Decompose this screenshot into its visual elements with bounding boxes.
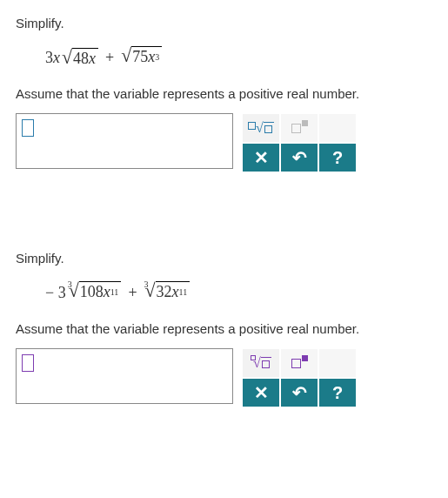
nthroot-button[interactable] <box>280 113 318 143</box>
radical: √ 48x <box>62 48 98 68</box>
answer-input[interactable] <box>16 348 233 404</box>
exponent-icon <box>291 124 308 133</box>
sqrt-button[interactable]: √ <box>242 113 280 143</box>
radical: √ 75x3 <box>121 46 162 69</box>
assumption-text: Assume that the variable represents a po… <box>16 86 432 101</box>
problem-1: Simplify. 3x √ 48x + √ 75x3 Assume that … <box>16 16 432 172</box>
answer-input[interactable] <box>16 113 233 169</box>
exponent-button[interactable] <box>280 348 318 378</box>
help-button[interactable]: ? <box>318 378 357 407</box>
plus-operator: + <box>105 49 114 67</box>
close-icon: ✕ <box>254 382 269 403</box>
undo-button[interactable]: ↶ <box>280 143 318 172</box>
radical-icon: √ <box>145 281 156 304</box>
nthroot-button[interactable]: √ <box>242 348 280 378</box>
coefficient: 3x <box>45 49 60 67</box>
undo-icon: ↶ <box>292 382 307 403</box>
input-cursor <box>22 119 34 137</box>
sqrt-icon: √ <box>248 122 274 134</box>
assumption-text: Assume that the variable represents a po… <box>16 321 432 336</box>
plus-operator: + <box>128 284 137 302</box>
exponent-icon <box>291 359 308 368</box>
help-icon: ? <box>332 383 343 403</box>
spacer-button <box>318 348 357 378</box>
toolbar: √ ✕ ↶ ? <box>242 113 357 172</box>
answer-row: √ ✕ ↶ ? <box>16 348 432 407</box>
clear-button[interactable]: ✕ <box>242 143 280 172</box>
radical-icon: √ <box>69 281 79 304</box>
expression: 3x √ 48x + √ 75x3 <box>45 41 432 74</box>
help-icon: ? <box>332 148 343 168</box>
clear-button[interactable]: ✕ <box>242 378 280 407</box>
coefficient: − 3 <box>45 284 66 302</box>
nthroot-icon: √ <box>251 357 271 369</box>
spacer-button <box>318 113 357 143</box>
close-icon: ✕ <box>254 147 269 168</box>
radical: 3 √ 108x11 <box>68 281 122 304</box>
help-button[interactable]: ? <box>318 143 357 172</box>
expression: − 3 3 √ 108x11 + 3 √ 32x11 <box>45 276 432 309</box>
undo-icon: ↶ <box>292 147 307 168</box>
input-cursor <box>22 354 34 372</box>
radical: 3 √ 32x11 <box>144 281 191 304</box>
radical-icon: √ <box>121 46 131 69</box>
prompt-text: Simplify. <box>16 16 432 30</box>
problem-2: Simplify. − 3 3 √ 108x11 + 3 √ 32x11 Ass… <box>16 251 432 407</box>
prompt-text: Simplify. <box>16 251 432 266</box>
radical-icon: √ <box>62 48 72 68</box>
toolbar: √ ✕ ↶ ? <box>242 348 357 407</box>
answer-row: √ ✕ ↶ ? <box>16 113 432 172</box>
undo-button[interactable]: ↶ <box>280 378 318 407</box>
